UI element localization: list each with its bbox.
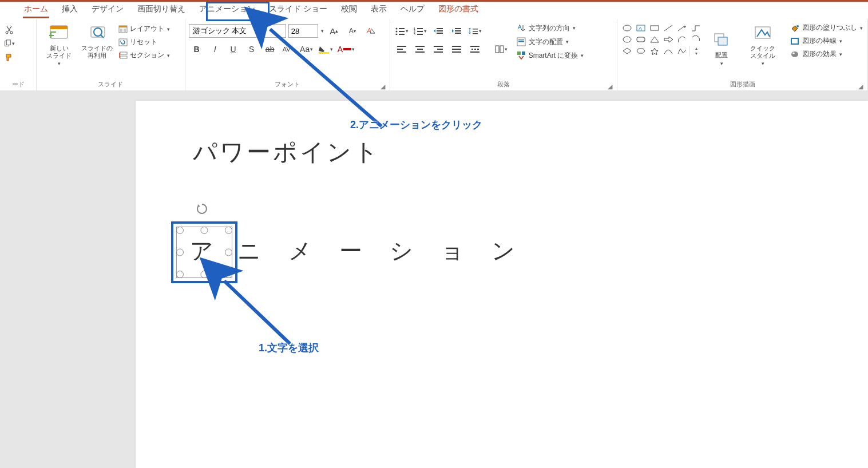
shape-outline-button[interactable]: 図形の枠線▾ [788, 35, 864, 47]
shape-connector-icon[interactable] [689, 23, 702, 33]
smartart-button[interactable]: SmartArt に変換▾ [515, 49, 585, 62]
tab-design[interactable]: デザイン [85, 2, 130, 18]
tab-slideshow[interactable]: スライド ショー [262, 2, 334, 18]
shape-rrect-icon[interactable] [635, 34, 647, 45]
align-center-button[interactable] [412, 42, 428, 56]
tab-view[interactable]: 表示 [364, 2, 394, 18]
paragraph-launcher-icon[interactable]: ◢ [607, 83, 613, 90]
bullets-button[interactable]: ▾ [394, 24, 410, 38]
shape-outline-label: 図形の枠線 [802, 36, 837, 46]
line-spacing-button[interactable]: ▾ [467, 24, 483, 38]
distribute-button[interactable] [467, 42, 483, 56]
layout-button[interactable]: レイアウト▾ [116, 23, 172, 35]
tab-shape-format[interactable]: 図形の書式 [431, 2, 485, 18]
resize-handle-ml[interactable] [176, 249, 184, 256]
columns-button[interactable]: ▾ [493, 42, 509, 56]
justify-button[interactable] [449, 42, 465, 56]
svg-rect-55 [452, 51, 461, 53]
arrange-label: 配置 [715, 51, 728, 60]
svg-rect-17 [120, 52, 127, 54]
svg-rect-40 [455, 33, 461, 34]
new-slide-icon [49, 23, 69, 43]
numbering-button[interactable]: 123▾ [412, 24, 428, 38]
tab-help[interactable]: ヘルプ [394, 2, 431, 18]
shape-rect-icon[interactable] [648, 23, 661, 33]
rotation-handle-icon[interactable] [196, 203, 208, 215]
tab-home[interactable]: ホーム [17, 2, 55, 18]
svg-rect-61 [496, 46, 499, 53]
reuse-slide-button[interactable]: スライドの 再利用 [78, 22, 116, 61]
shape-oval2-icon[interactable] [621, 34, 633, 45]
svg-point-80 [796, 25, 799, 27]
svg-rect-46 [397, 51, 406, 53]
shape-fill-label: 図形の塗りつぶし [802, 23, 857, 33]
align-right-button[interactable] [430, 42, 446, 56]
section-button[interactable]: セクション▾ [116, 49, 172, 61]
svg-rect-3 [6, 40, 10, 45]
resize-handle-bl[interactable] [176, 271, 184, 278]
svg-rect-47 [415, 46, 425, 47]
shape-arrow-line-icon[interactable] [676, 23, 688, 33]
svg-rect-30 [417, 28, 423, 29]
svg-point-75 [623, 37, 631, 42]
cut-icon[interactable] [3, 24, 15, 35]
arrange-button[interactable]: 配置▾ [703, 22, 740, 68]
svg-rect-62 [500, 46, 504, 53]
svg-rect-36 [437, 30, 443, 31]
tab-animation[interactable]: アニメーション [192, 2, 262, 18]
shape-effects-label: 図形の効果 [802, 49, 837, 59]
shape-curve-icon[interactable] [662, 46, 675, 56]
shape-gallery[interactable]: A [621, 22, 703, 56]
shape-rarrow-icon[interactable] [662, 34, 675, 45]
copy-icon[interactable]: ▾ [3, 38, 15, 49]
text-direction-icon: A [516, 23, 526, 33]
tab-transition[interactable]: 画面切り替え [130, 2, 192, 18]
svg-rect-6 [51, 31, 56, 33]
resize-handle-tl[interactable] [176, 227, 184, 234]
svg-text:3: 3 [414, 33, 415, 35]
group-clipboard: ▾ ード [0, 19, 37, 91]
shape-textbox-icon[interactable]: A [635, 23, 647, 33]
tab-review[interactable]: 校閲 [334, 2, 364, 18]
slide-title-text[interactable]: パワーポイント [193, 136, 381, 168]
shape-effects-button[interactable]: 図形の効果▾ [788, 48, 864, 60]
shape-triangle-icon[interactable] [648, 34, 661, 45]
decrease-indent-button[interactable] [430, 24, 446, 38]
shape-fill-button[interactable]: 図形の塗りつぶし▾ [788, 22, 864, 34]
reset-button[interactable]: リセット [116, 36, 172, 48]
body-char-3: ー [339, 238, 362, 264]
shape-star-icon[interactable] [648, 46, 661, 56]
shape-more-icon[interactable]: ▴▾ [689, 46, 703, 56]
svg-rect-43 [473, 33, 478, 34]
shape-arc2-icon[interactable] [689, 34, 702, 45]
resize-handle-tr[interactable] [225, 227, 232, 234]
text-align-button[interactable]: 文字の配置▾ [515, 35, 585, 48]
svg-rect-49 [415, 51, 425, 53]
text-align-label: 文字の配置 [529, 37, 563, 47]
slide-body-text[interactable]: ニ メ ー シ ョ ン [237, 235, 515, 267]
text-direction-button[interactable]: A文字列の方向▾ [515, 22, 585, 34]
svg-rect-35 [437, 28, 443, 29]
align-left-button[interactable] [394, 42, 410, 56]
shape-oval-icon[interactable] [621, 23, 633, 33]
shape-line-icon[interactable] [662, 23, 675, 33]
drawing-launcher-icon[interactable]: ◢ [857, 83, 864, 90]
resize-handle-tm[interactable] [201, 227, 208, 234]
svg-line-85 [224, 281, 290, 344]
tab-insert[interactable]: 挿入 [55, 2, 85, 18]
format-painter-icon[interactable] [3, 51, 15, 63]
svg-rect-58 [474, 49, 476, 50]
bold-button[interactable]: B [189, 42, 205, 56]
shape-freeform-icon[interactable] [676, 46, 688, 56]
increase-indent-button[interactable] [449, 24, 465, 38]
new-slide-button[interactable]: 新しい スライド ▾ [40, 22, 78, 68]
resize-handle-bm[interactable] [201, 271, 208, 278]
shape-diamond-icon[interactable] [621, 46, 633, 56]
svg-rect-78 [718, 37, 727, 45]
slide[interactable]: パワーポイント ニ メ [136, 101, 868, 468]
shape-hex-icon[interactable] [635, 46, 647, 56]
shape-arc-icon[interactable] [676, 34, 688, 45]
quick-style-button[interactable]: クイック スタイル▾ [744, 22, 782, 68]
shape-effects-icon [790, 50, 800, 59]
resize-handle-mr[interactable] [225, 249, 232, 256]
